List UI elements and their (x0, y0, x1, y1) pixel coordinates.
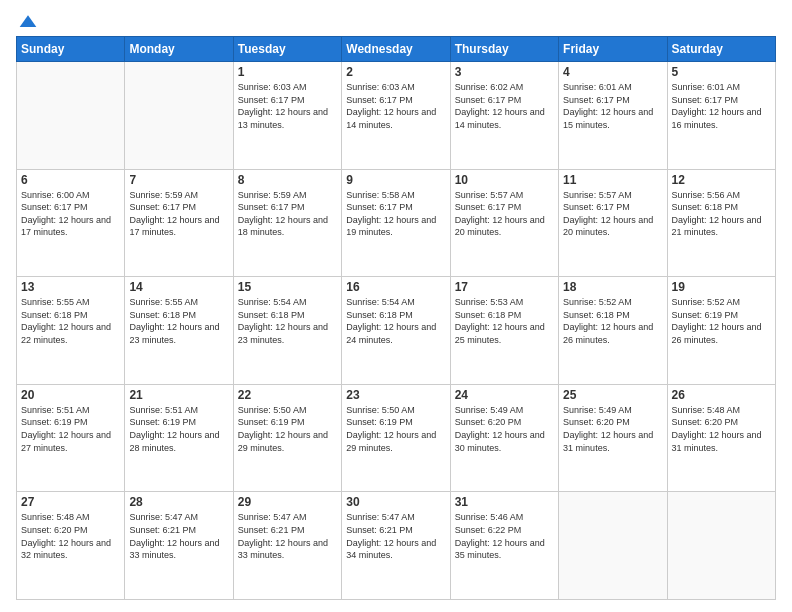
day-number: 24 (455, 388, 554, 402)
calendar-cell: 30Sunrise: 5:47 AMSunset: 6:21 PMDayligh… (342, 492, 450, 600)
day-info: Sunrise: 5:51 AMSunset: 6:19 PMDaylight:… (21, 404, 120, 454)
calendar-cell: 12Sunrise: 5:56 AMSunset: 6:18 PMDayligh… (667, 169, 775, 277)
calendar-cell: 7Sunrise: 5:59 AMSunset: 6:17 PMDaylight… (125, 169, 233, 277)
day-info: Sunrise: 6:03 AMSunset: 6:17 PMDaylight:… (346, 81, 445, 131)
day-number: 20 (21, 388, 120, 402)
calendar-cell: 19Sunrise: 5:52 AMSunset: 6:19 PMDayligh… (667, 277, 775, 385)
day-number: 8 (238, 173, 337, 187)
calendar-cell: 23Sunrise: 5:50 AMSunset: 6:19 PMDayligh… (342, 384, 450, 492)
day-info: Sunrise: 5:47 AMSunset: 6:21 PMDaylight:… (346, 511, 445, 561)
calendar-cell: 9Sunrise: 5:58 AMSunset: 6:17 PMDaylight… (342, 169, 450, 277)
week-row-3: 13Sunrise: 5:55 AMSunset: 6:18 PMDayligh… (17, 277, 776, 385)
day-number: 30 (346, 495, 445, 509)
calendar-cell: 20Sunrise: 5:51 AMSunset: 6:19 PMDayligh… (17, 384, 125, 492)
day-info: Sunrise: 5:57 AMSunset: 6:17 PMDaylight:… (563, 189, 662, 239)
day-info: Sunrise: 5:51 AMSunset: 6:19 PMDaylight:… (129, 404, 228, 454)
day-number: 13 (21, 280, 120, 294)
weekday-header-saturday: Saturday (667, 37, 775, 62)
svg-marker-0 (20, 15, 37, 27)
calendar-cell: 28Sunrise: 5:47 AMSunset: 6:21 PMDayligh… (125, 492, 233, 600)
day-info: Sunrise: 6:03 AMSunset: 6:17 PMDaylight:… (238, 81, 337, 131)
logo-icon (18, 12, 38, 32)
day-number: 22 (238, 388, 337, 402)
day-number: 14 (129, 280, 228, 294)
weekday-header-wednesday: Wednesday (342, 37, 450, 62)
day-number: 26 (672, 388, 771, 402)
calendar-cell: 22Sunrise: 5:50 AMSunset: 6:19 PMDayligh… (233, 384, 341, 492)
day-number: 5 (672, 65, 771, 79)
day-number: 21 (129, 388, 228, 402)
day-info: Sunrise: 6:01 AMSunset: 6:17 PMDaylight:… (672, 81, 771, 131)
calendar-cell: 18Sunrise: 5:52 AMSunset: 6:18 PMDayligh… (559, 277, 667, 385)
day-info: Sunrise: 6:00 AMSunset: 6:17 PMDaylight:… (21, 189, 120, 239)
day-number: 15 (238, 280, 337, 294)
day-info: Sunrise: 5:49 AMSunset: 6:20 PMDaylight:… (563, 404, 662, 454)
day-number: 9 (346, 173, 445, 187)
calendar-cell: 15Sunrise: 5:54 AMSunset: 6:18 PMDayligh… (233, 277, 341, 385)
calendar-cell: 6Sunrise: 6:00 AMSunset: 6:17 PMDaylight… (17, 169, 125, 277)
day-info: Sunrise: 6:01 AMSunset: 6:17 PMDaylight:… (563, 81, 662, 131)
day-number: 1 (238, 65, 337, 79)
calendar-cell: 4Sunrise: 6:01 AMSunset: 6:17 PMDaylight… (559, 62, 667, 170)
day-number: 18 (563, 280, 662, 294)
weekday-header-thursday: Thursday (450, 37, 558, 62)
day-number: 31 (455, 495, 554, 509)
day-number: 11 (563, 173, 662, 187)
calendar-cell: 14Sunrise: 5:55 AMSunset: 6:18 PMDayligh… (125, 277, 233, 385)
day-info: Sunrise: 5:52 AMSunset: 6:18 PMDaylight:… (563, 296, 662, 346)
day-info: Sunrise: 5:52 AMSunset: 6:19 PMDaylight:… (672, 296, 771, 346)
day-info: Sunrise: 5:47 AMSunset: 6:21 PMDaylight:… (129, 511, 228, 561)
day-number: 29 (238, 495, 337, 509)
day-info: Sunrise: 5:54 AMSunset: 6:18 PMDaylight:… (346, 296, 445, 346)
day-info: Sunrise: 5:50 AMSunset: 6:19 PMDaylight:… (238, 404, 337, 454)
day-info: Sunrise: 5:47 AMSunset: 6:21 PMDaylight:… (238, 511, 337, 561)
calendar-cell: 29Sunrise: 5:47 AMSunset: 6:21 PMDayligh… (233, 492, 341, 600)
calendar-cell: 26Sunrise: 5:48 AMSunset: 6:20 PMDayligh… (667, 384, 775, 492)
day-info: Sunrise: 5:46 AMSunset: 6:22 PMDaylight:… (455, 511, 554, 561)
day-info: Sunrise: 5:49 AMSunset: 6:20 PMDaylight:… (455, 404, 554, 454)
week-row-1: 1Sunrise: 6:03 AMSunset: 6:17 PMDaylight… (17, 62, 776, 170)
calendar-cell: 25Sunrise: 5:49 AMSunset: 6:20 PMDayligh… (559, 384, 667, 492)
day-number: 17 (455, 280, 554, 294)
day-info: Sunrise: 5:59 AMSunset: 6:17 PMDaylight:… (129, 189, 228, 239)
day-info: Sunrise: 5:55 AMSunset: 6:18 PMDaylight:… (21, 296, 120, 346)
day-info: Sunrise: 5:58 AMSunset: 6:17 PMDaylight:… (346, 189, 445, 239)
day-number: 7 (129, 173, 228, 187)
calendar-cell: 8Sunrise: 5:59 AMSunset: 6:17 PMDaylight… (233, 169, 341, 277)
day-number: 25 (563, 388, 662, 402)
weekday-header-monday: Monday (125, 37, 233, 62)
calendar-cell: 3Sunrise: 6:02 AMSunset: 6:17 PMDaylight… (450, 62, 558, 170)
day-number: 28 (129, 495, 228, 509)
day-info: Sunrise: 5:48 AMSunset: 6:20 PMDaylight:… (21, 511, 120, 561)
day-number: 2 (346, 65, 445, 79)
calendar-cell (559, 492, 667, 600)
day-info: Sunrise: 5:48 AMSunset: 6:20 PMDaylight:… (672, 404, 771, 454)
day-number: 27 (21, 495, 120, 509)
day-number: 3 (455, 65, 554, 79)
calendar-cell: 2Sunrise: 6:03 AMSunset: 6:17 PMDaylight… (342, 62, 450, 170)
calendar-cell: 17Sunrise: 5:53 AMSunset: 6:18 PMDayligh… (450, 277, 558, 385)
calendar-cell: 21Sunrise: 5:51 AMSunset: 6:19 PMDayligh… (125, 384, 233, 492)
calendar-cell: 11Sunrise: 5:57 AMSunset: 6:17 PMDayligh… (559, 169, 667, 277)
day-info: Sunrise: 5:50 AMSunset: 6:19 PMDaylight:… (346, 404, 445, 454)
calendar-cell: 27Sunrise: 5:48 AMSunset: 6:20 PMDayligh… (17, 492, 125, 600)
weekday-header-tuesday: Tuesday (233, 37, 341, 62)
week-row-4: 20Sunrise: 5:51 AMSunset: 6:19 PMDayligh… (17, 384, 776, 492)
day-info: Sunrise: 5:59 AMSunset: 6:17 PMDaylight:… (238, 189, 337, 239)
calendar-cell (17, 62, 125, 170)
day-number: 10 (455, 173, 554, 187)
week-row-2: 6Sunrise: 6:00 AMSunset: 6:17 PMDaylight… (17, 169, 776, 277)
day-number: 12 (672, 173, 771, 187)
header (16, 12, 776, 28)
calendar-cell: 10Sunrise: 5:57 AMSunset: 6:17 PMDayligh… (450, 169, 558, 277)
calendar-cell (125, 62, 233, 170)
day-info: Sunrise: 5:57 AMSunset: 6:17 PMDaylight:… (455, 189, 554, 239)
calendar-cell (667, 492, 775, 600)
calendar: SundayMondayTuesdayWednesdayThursdayFrid… (16, 36, 776, 600)
day-number: 19 (672, 280, 771, 294)
calendar-cell: 16Sunrise: 5:54 AMSunset: 6:18 PMDayligh… (342, 277, 450, 385)
day-info: Sunrise: 5:53 AMSunset: 6:18 PMDaylight:… (455, 296, 554, 346)
weekday-header-sunday: Sunday (17, 37, 125, 62)
page: SundayMondayTuesdayWednesdayThursdayFrid… (0, 0, 792, 612)
calendar-cell: 13Sunrise: 5:55 AMSunset: 6:18 PMDayligh… (17, 277, 125, 385)
